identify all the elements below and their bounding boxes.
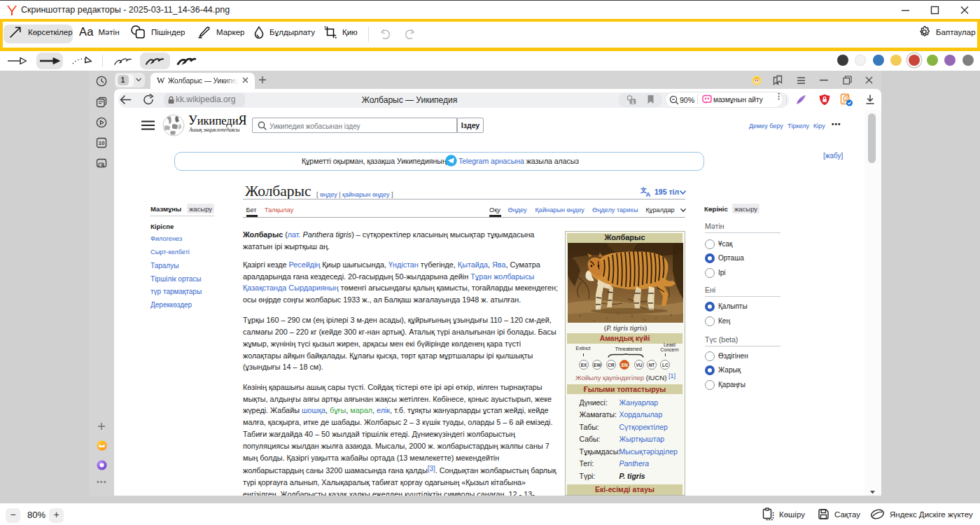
svg-text:A: A	[646, 190, 651, 197]
